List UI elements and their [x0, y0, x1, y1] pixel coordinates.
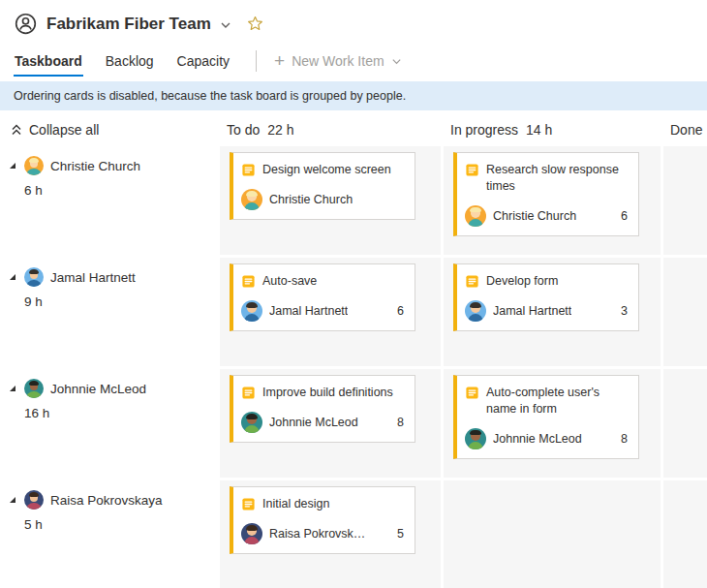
column-label: To do [227, 122, 260, 138]
card-avatar [241, 523, 262, 544]
card-avatar [465, 300, 486, 322]
team-icon[interactable] [14, 12, 38, 36]
avatar-hair [29, 381, 39, 386]
avatar-shirt [26, 169, 41, 175]
tab-capacity[interactable]: Capacity [176, 46, 231, 77]
avatar-shirt [26, 503, 41, 510]
task-icon [241, 274, 256, 290]
plus-icon: + [274, 51, 285, 70]
avatar-hair [246, 191, 257, 197]
card-title[interactable]: Develop form [486, 273, 558, 290]
avatar-shirt [468, 314, 484, 322]
avatar-shirt [468, 442, 484, 449]
task-card[interactable]: Research slow response times Christie Ch… [453, 152, 639, 236]
avatar-shirt [26, 391, 41, 398]
avatar-shirt [244, 202, 261, 210]
divider [256, 50, 257, 72]
board-cell-done [663, 146, 707, 255]
task-card[interactable]: Auto-save Jamal Hartnett 6 [230, 263, 415, 331]
column-header-done: Done [663, 122, 707, 138]
person-avatar [24, 267, 44, 287]
team-title[interactable]: Fabrikam Fiber Team [46, 15, 211, 34]
tab-bar: Taskboard Backlog Capacity + New Work It… [0, 44, 707, 78]
avatar-shirt [468, 219, 484, 227]
row-expand-icon[interactable] [8, 495, 17, 505]
avatar-hair [29, 492, 39, 497]
card-title[interactable]: Improve build definitions [262, 385, 393, 401]
favorite-star-icon[interactable] [246, 15, 264, 33]
avatar-shirt [244, 537, 261, 544]
info-banner: Ordering cards is disabled, because the … [0, 81, 707, 110]
collapse-all-label: Collapse all [29, 122, 99, 138]
avatar-shirt [26, 280, 41, 287]
card-remaining-hours[interactable]: 6 [397, 304, 407, 318]
board-cell-inprogress: Develop form Jamal Hartnett 3 [444, 258, 661, 366]
task-card[interactable]: Auto-complete user's name in form Johnni… [453, 375, 639, 459]
avatar-hair [470, 302, 480, 308]
double-chevron-up-icon [11, 124, 22, 136]
card-remaining-hours[interactable]: 8 [397, 416, 407, 429]
task-icon [465, 163, 479, 195]
card-title[interactable]: Initial design [262, 496, 330, 512]
task-card[interactable]: Design welcome screen Christie Church [230, 152, 415, 220]
task-icon [241, 497, 256, 512]
person-hours: 9 h [24, 294, 217, 309]
card-assignee-name: Jamal Hartnett [493, 304, 571, 318]
person-name: Christie Church [50, 159, 140, 173]
person-name: Johnnie McLeod [50, 382, 146, 396]
chevron-down-icon[interactable] [220, 19, 231, 31]
collapse-all-button[interactable]: Collapse all [0, 122, 217, 138]
task-card[interactable]: Develop form Jamal Hartnett 3 [453, 263, 639, 331]
task-icon [241, 163, 256, 178]
new-work-item-button[interactable]: + New Work Item [274, 53, 402, 70]
column-hours: 22 h [267, 122, 293, 138]
card-remaining-hours[interactable]: 3 [621, 304, 630, 318]
info-banner-text: Ordering cards is disabled, because the … [14, 89, 406, 103]
board-header: Collapse all To do 22 h In progress 14 h… [0, 110, 707, 146]
card-remaining-hours[interactable]: 6 [621, 209, 630, 223]
person-avatar [24, 156, 44, 175]
person-hours: 5 h [24, 517, 217, 532]
card-assignee-name: Christie Church [269, 193, 353, 206]
task-board-grid: Christie Church 6 h Design welcome scree… [0, 146, 707, 588]
tab-taskboard[interactable]: Taskboard [14, 46, 83, 77]
card-avatar [241, 189, 262, 210]
task-icon [465, 386, 479, 418]
card-remaining-hours[interactable]: 5 [397, 527, 407, 541]
card-title[interactable]: Design welcome screen [262, 162, 391, 178]
board-cell-done [663, 369, 707, 478]
person-cell: Jamal Hartnett 9 h [0, 258, 217, 366]
card-title[interactable]: Auto-complete user's name in form [486, 385, 630, 418]
card-title[interactable]: Research slow response times [486, 162, 630, 195]
row-expand-icon[interactable] [8, 384, 17, 393]
avatar-hair [246, 414, 257, 419]
row-expand-icon[interactable] [8, 272, 17, 282]
board-cell-done [663, 258, 707, 366]
avatar-hair [246, 525, 257, 531]
column-header-inprogress: In progress 14 h [444, 122, 661, 138]
card-remaining-hours[interactable]: 8 [621, 432, 630, 446]
person-cell: Christie Church 6 h [0, 146, 217, 255]
task-card[interactable]: Improve build definitions Johnnie McLeod… [230, 375, 415, 443]
board-cell-todo: Initial design Raisa Pokrovskaya 5 [220, 480, 441, 588]
board-cell-inprogress: Research slow response times Christie Ch… [444, 146, 661, 255]
person-cell: Raisa Pokrovskaya 5 h [0, 480, 217, 588]
column-hours: 14 h [526, 122, 552, 138]
card-assignee-name: Raisa Pokrovskaya [269, 527, 366, 541]
card-title[interactable]: Auto-save [262, 273, 317, 290]
card-avatar [465, 205, 486, 227]
new-work-item-label: New Work Item [292, 53, 384, 69]
app-header: Fabrikam Fiber Team [0, 0, 707, 44]
task-card[interactable]: Initial design Raisa Pokrovskaya 5 [230, 486, 415, 554]
column-label: In progress [450, 122, 518, 138]
board-cell-todo: Improve build definitions Johnnie McLeod… [220, 369, 441, 478]
avatar-hair [470, 430, 480, 436]
person-avatar [24, 490, 44, 510]
avatar-shirt [244, 425, 261, 433]
person-name: Raisa Pokrovskaya [50, 493, 163, 508]
tab-backlog[interactable]: Backlog [105, 46, 155, 77]
row-expand-icon[interactable] [8, 161, 17, 170]
avatar-hair [246, 302, 257, 308]
card-avatar [241, 300, 262, 322]
card-assignee-name: Johnnie McLeod [269, 416, 358, 429]
